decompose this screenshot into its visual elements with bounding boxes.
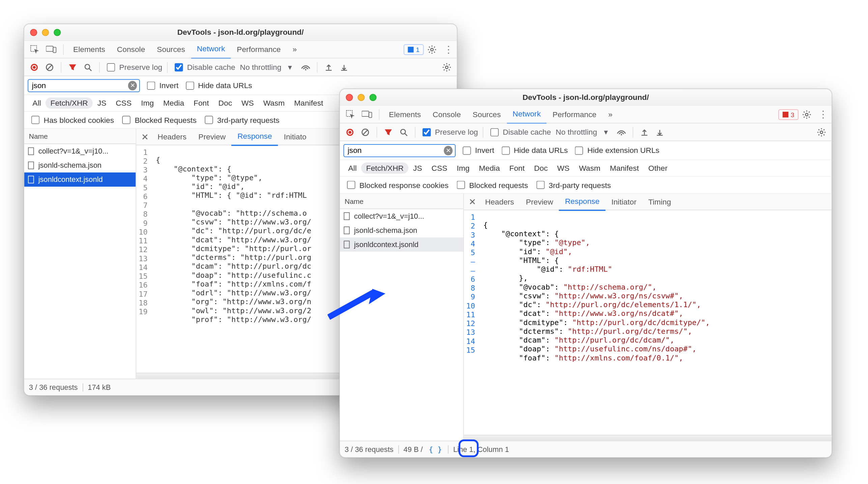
errors-badge[interactable]: 3 — [778, 109, 799, 120]
request-row[interactable]: jsonld-schema.json — [340, 223, 463, 238]
zoom-window-icon[interactable] — [370, 93, 377, 101]
record-icon[interactable] — [28, 60, 41, 74]
dtab-preview[interactable]: Preview — [520, 193, 559, 210]
tabs-overflow-icon[interactable]: » — [287, 41, 303, 58]
tab-sources[interactable]: Sources — [151, 41, 191, 58]
network-settings-icon[interactable] — [440, 60, 454, 74]
type-doc[interactable]: Doc — [214, 98, 237, 109]
tab-performance[interactable]: Performance — [547, 105, 602, 123]
device-toggle-icon[interactable] — [359, 106, 375, 123]
dtab-initiator[interactable]: Initiator — [605, 193, 642, 210]
list-header[interactable]: Name — [340, 194, 463, 209]
type-ws[interactable]: WS — [552, 162, 574, 173]
type-font[interactable]: Font — [189, 98, 214, 109]
pretty-print-icon[interactable]: { } — [428, 445, 443, 454]
issues-badge[interactable]: 1 — [404, 44, 424, 55]
dtab-preview[interactable]: Preview — [193, 129, 232, 145]
type-media[interactable]: Media — [158, 98, 189, 109]
dtab-timing[interactable]: Timing — [642, 193, 677, 210]
request-row[interactable]: jsonld-schema.json — [24, 158, 136, 172]
invert-checkbox[interactable]: Invert — [460, 144, 494, 156]
request-row[interactable]: collect?v=1&_v=j10... — [340, 209, 463, 223]
third-party-checkbox[interactable]: 3rd-party requests — [202, 114, 279, 126]
type-ws[interactable]: WS — [237, 98, 259, 109]
hide-data-urls-checkbox[interactable]: Hide data URLs — [183, 79, 252, 91]
type-js[interactable]: JS — [408, 162, 427, 173]
clear-icon[interactable] — [359, 126, 372, 139]
preserve-log-checkbox[interactable]: Preserve log — [420, 126, 478, 138]
kebab-menu-icon[interactable]: ⋮ — [440, 44, 457, 55]
type-js[interactable]: JS — [93, 98, 111, 109]
disable-cache-checkbox[interactable]: Disable cache — [488, 126, 551, 138]
tab-elements[interactable]: Elements — [383, 105, 427, 123]
network-settings-icon[interactable] — [815, 126, 828, 139]
dtab-headers[interactable]: Headers — [479, 193, 520, 210]
type-wasm[interactable]: Wasm — [259, 98, 290, 109]
type-css[interactable]: CSS — [111, 98, 136, 109]
type-manifest[interactable]: Manifest — [289, 98, 328, 109]
zoom-window-icon[interactable] — [54, 29, 61, 36]
request-row[interactable]: collect?v=1&_v=j10... — [24, 144, 136, 158]
dtab-response[interactable]: Response — [232, 128, 278, 146]
list-header[interactable]: Name — [24, 129, 136, 144]
network-conditions-icon[interactable] — [299, 60, 312, 74]
tab-performance[interactable]: Performance — [231, 41, 287, 58]
chevron-down-icon[interactable]: ▾ — [284, 60, 297, 74]
type-doc[interactable]: Doc — [529, 162, 552, 173]
type-other[interactable]: Other — [644, 162, 672, 173]
inspect-icon[interactable] — [342, 106, 359, 123]
dtab-initiator[interactable]: Initiato — [278, 129, 312, 145]
minimize-window-icon[interactable] — [358, 93, 365, 101]
download-har-icon[interactable] — [338, 60, 351, 74]
close-detail-icon[interactable]: ✕ — [139, 131, 152, 142]
request-row-selected[interactable]: jsonldcontext.jsonld — [24, 172, 136, 187]
blocked-requests-checkbox[interactable]: Blocked Requests — [120, 114, 197, 126]
type-media[interactable]: Media — [474, 162, 504, 173]
tab-console[interactable]: Console — [111, 41, 151, 58]
request-row-selected[interactable]: jsonldcontext.jsonld — [340, 238, 463, 252]
tab-elements[interactable]: Elements — [67, 41, 111, 58]
tab-sources[interactable]: Sources — [467, 105, 507, 123]
kebab-menu-icon[interactable]: ⋮ — [815, 109, 832, 120]
settings-icon[interactable] — [799, 106, 815, 123]
tabs-overflow-icon[interactable]: » — [602, 105, 618, 123]
dtab-headers[interactable]: Headers — [152, 129, 193, 145]
type-font[interactable]: Font — [504, 162, 529, 173]
disable-cache-checkbox[interactable]: Disable cache — [172, 61, 235, 73]
preserve-log-checkbox[interactable]: Preserve log — [105, 61, 162, 73]
close-window-icon[interactable] — [346, 93, 353, 101]
filter-icon[interactable] — [66, 60, 79, 74]
clear-filter-icon[interactable]: ✕ — [128, 81, 137, 90]
type-css[interactable]: CSS — [427, 162, 452, 173]
clear-filter-icon[interactable]: ✕ — [444, 145, 453, 155]
h-scrollbar[interactable] — [464, 435, 832, 441]
record-icon[interactable] — [344, 126, 357, 139]
filter-icon[interactable] — [382, 126, 395, 139]
chevron-down-icon[interactable]: ▾ — [600, 126, 613, 139]
network-conditions-icon[interactable] — [615, 126, 628, 139]
inspect-icon[interactable] — [27, 41, 43, 58]
type-img[interactable]: Img — [136, 98, 158, 109]
hide-data-urls-checkbox[interactable]: Hide data URLs — [499, 144, 568, 156]
throttling-select[interactable]: No throttling — [240, 63, 282, 72]
response-source[interactable]: { "@context": { "type": "@type", "id": "… — [480, 218, 832, 427]
throttling-select[interactable]: No throttling — [556, 128, 597, 136]
dtab-response[interactable]: Response — [559, 193, 605, 211]
close-window-icon[interactable] — [30, 29, 37, 36]
device-toggle-icon[interactable] — [43, 41, 60, 58]
third-party-checkbox[interactable]: 3rd-party requests — [534, 179, 611, 191]
close-detail-icon[interactable]: ✕ — [466, 196, 480, 207]
type-all[interactable]: All — [344, 162, 361, 173]
type-wasm[interactable]: Wasm — [574, 162, 605, 173]
search-icon[interactable] — [82, 60, 95, 74]
clear-icon[interactable] — [43, 60, 56, 74]
type-fetch-xhr[interactable]: Fetch/XHR — [46, 98, 93, 109]
type-all[interactable]: All — [28, 98, 46, 109]
filter-input[interactable]: ✕ — [28, 79, 140, 92]
type-manifest[interactable]: Manifest — [605, 162, 644, 173]
search-icon[interactable] — [397, 126, 410, 139]
type-img[interactable]: Img — [452, 162, 474, 173]
upload-har-icon[interactable] — [322, 60, 335, 74]
tab-network[interactable]: Network — [191, 40, 231, 59]
tab-console[interactable]: Console — [427, 105, 467, 123]
